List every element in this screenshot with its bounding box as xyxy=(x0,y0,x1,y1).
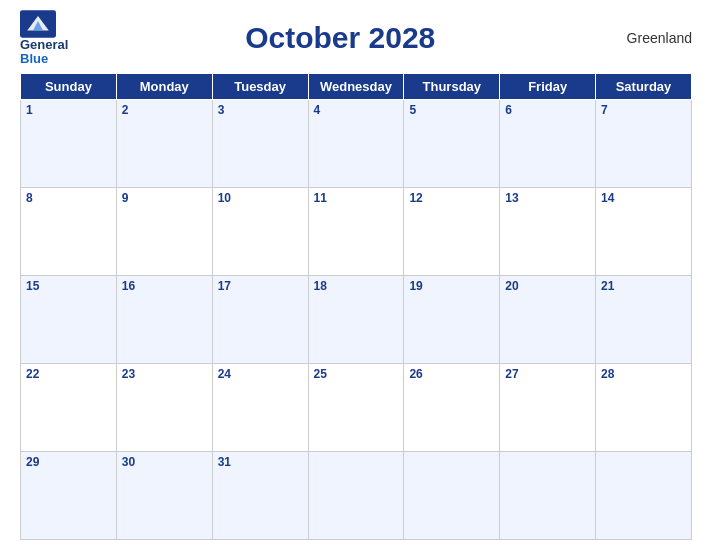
calendar-cell: 8 xyxy=(21,187,117,275)
calendar-header: General Blue October 2028 Greenland xyxy=(20,10,692,67)
date-number: 27 xyxy=(505,367,590,381)
date-number: 6 xyxy=(505,103,590,117)
date-number: 21 xyxy=(601,279,686,293)
date-number: 26 xyxy=(409,367,494,381)
date-number: 8 xyxy=(26,191,111,205)
calendar-cell: 1 xyxy=(21,99,117,187)
calendar-cell xyxy=(404,451,500,539)
date-number: 10 xyxy=(218,191,303,205)
date-number: 18 xyxy=(314,279,399,293)
calendar-cell: 4 xyxy=(308,99,404,187)
day-header-sunday: Sunday xyxy=(21,73,117,99)
calendar-cell: 24 xyxy=(212,363,308,451)
date-number: 4 xyxy=(314,103,399,117)
date-number: 2 xyxy=(122,103,207,117)
date-number: 23 xyxy=(122,367,207,381)
month-title: October 2028 xyxy=(68,21,612,55)
calendar-cell xyxy=(308,451,404,539)
calendar-cell: 3 xyxy=(212,99,308,187)
date-number: 13 xyxy=(505,191,590,205)
calendar-cell: 9 xyxy=(116,187,212,275)
calendar-table: SundayMondayTuesdayWednesdayThursdayFrid… xyxy=(20,73,692,540)
date-number: 22 xyxy=(26,367,111,381)
calendar-cell: 22 xyxy=(21,363,117,451)
date-number: 11 xyxy=(314,191,399,205)
date-number: 30 xyxy=(122,455,207,469)
day-headers-row: SundayMondayTuesdayWednesdayThursdayFrid… xyxy=(21,73,692,99)
date-number: 31 xyxy=(218,455,303,469)
calendar-cell: 29 xyxy=(21,451,117,539)
calendar-week-1: 1234567 xyxy=(21,99,692,187)
date-number: 12 xyxy=(409,191,494,205)
calendar-cell: 12 xyxy=(404,187,500,275)
logo: General Blue xyxy=(20,10,68,67)
day-header-saturday: Saturday xyxy=(596,73,692,99)
logo-blue: Blue xyxy=(20,52,68,66)
region-label: Greenland xyxy=(612,30,692,46)
calendar-cell: 5 xyxy=(404,99,500,187)
calendar-cell: 2 xyxy=(116,99,212,187)
calendar-cell: 21 xyxy=(596,275,692,363)
calendar-cell: 27 xyxy=(500,363,596,451)
calendar-cell xyxy=(596,451,692,539)
calendar-cell: 30 xyxy=(116,451,212,539)
date-number: 7 xyxy=(601,103,686,117)
date-number: 3 xyxy=(218,103,303,117)
date-number: 5 xyxy=(409,103,494,117)
calendar-cell: 6 xyxy=(500,99,596,187)
calendar-cell: 28 xyxy=(596,363,692,451)
calendar-cell: 19 xyxy=(404,275,500,363)
calendar-week-5: 293031 xyxy=(21,451,692,539)
calendar-cell xyxy=(500,451,596,539)
logo-icon xyxy=(20,10,56,38)
calendar-cell: 16 xyxy=(116,275,212,363)
date-number: 25 xyxy=(314,367,399,381)
calendar-cell: 13 xyxy=(500,187,596,275)
date-number: 29 xyxy=(26,455,111,469)
day-header-monday: Monday xyxy=(116,73,212,99)
calendar-cell: 23 xyxy=(116,363,212,451)
day-header-thursday: Thursday xyxy=(404,73,500,99)
date-number: 9 xyxy=(122,191,207,205)
date-number: 24 xyxy=(218,367,303,381)
calendar-cell: 17 xyxy=(212,275,308,363)
logo-general: General xyxy=(20,38,68,52)
calendar-week-3: 15161718192021 xyxy=(21,275,692,363)
date-number: 19 xyxy=(409,279,494,293)
date-number: 16 xyxy=(122,279,207,293)
day-header-wednesday: Wednesday xyxy=(308,73,404,99)
calendar-cell: 10 xyxy=(212,187,308,275)
date-number: 28 xyxy=(601,367,686,381)
date-number: 14 xyxy=(601,191,686,205)
date-number: 20 xyxy=(505,279,590,293)
calendar-cell: 11 xyxy=(308,187,404,275)
calendar-cell: 14 xyxy=(596,187,692,275)
calendar-cell: 18 xyxy=(308,275,404,363)
date-number: 15 xyxy=(26,279,111,293)
day-header-friday: Friday xyxy=(500,73,596,99)
day-header-tuesday: Tuesday xyxy=(212,73,308,99)
date-number: 17 xyxy=(218,279,303,293)
calendar-cell: 31 xyxy=(212,451,308,539)
date-number: 1 xyxy=(26,103,111,117)
calendar-cell: 25 xyxy=(308,363,404,451)
calendar-cell: 15 xyxy=(21,275,117,363)
calendar-cell: 26 xyxy=(404,363,500,451)
calendar-week-4: 22232425262728 xyxy=(21,363,692,451)
calendar-cell: 20 xyxy=(500,275,596,363)
calendar-week-2: 891011121314 xyxy=(21,187,692,275)
calendar-cell: 7 xyxy=(596,99,692,187)
